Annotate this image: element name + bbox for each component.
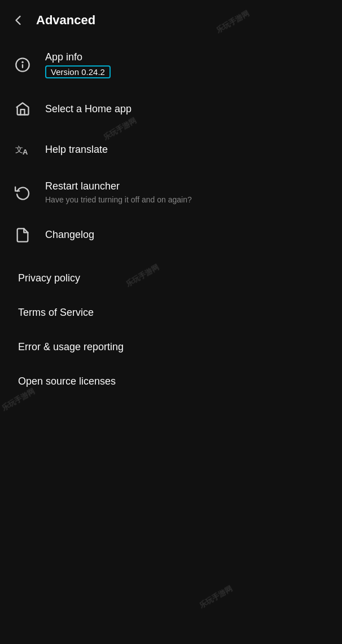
open-source-link[interactable]: Open source licenses [9,364,333,399]
menu-item-help-translate[interactable]: 文 A Help translate [0,129,342,170]
watermark-5: 乐玩手游网 [198,584,234,611]
privacy-policy-link[interactable]: Privacy policy [9,261,333,295]
select-home-content: Select a Home app [36,103,333,116]
restart-label: Restart launcher [45,180,333,193]
translate-icon: 文 A [9,142,36,157]
header: Advanced [0,0,342,41]
menu-item-app-info[interactable]: App info Version 0.24.2 [0,41,342,89]
version-badge: Version 0.24.2 [45,65,111,78]
app-info-label: App info [45,51,333,64]
back-button[interactable] [5,7,32,34]
restart-content: Restart launcher Have you tried turning … [36,180,333,205]
links-section: Privacy policy Terms of Service Error & … [0,255,342,404]
changelog-content: Changelog [36,228,333,241]
translate-label: Help translate [45,143,333,156]
terms-of-service-link[interactable]: Terms of Service [9,295,333,330]
error-reporting-link[interactable]: Error & usage reporting [9,330,333,364]
select-home-label: Select a Home app [45,103,333,116]
translate-content: Help translate [36,143,333,156]
document-icon [9,227,36,243]
restart-icon [9,184,36,200]
info-icon [9,57,36,73]
back-icon [10,12,26,28]
home-icon [9,101,36,117]
app-info-content: App info Version 0.24.2 [36,51,333,78]
menu-list: App info Version 0.24.2 Select a Home ap… [0,41,342,255]
restart-sublabel: Have you tried turning it off and on aga… [45,195,333,205]
svg-text:A: A [23,148,28,157]
menu-item-restart[interactable]: Restart launcher Have you tried turning … [0,170,342,215]
page-title: Advanced [36,13,95,28]
changelog-label: Changelog [45,228,333,241]
menu-item-select-home[interactable]: Select a Home app [0,89,342,129]
menu-item-changelog[interactable]: Changelog [0,215,342,255]
